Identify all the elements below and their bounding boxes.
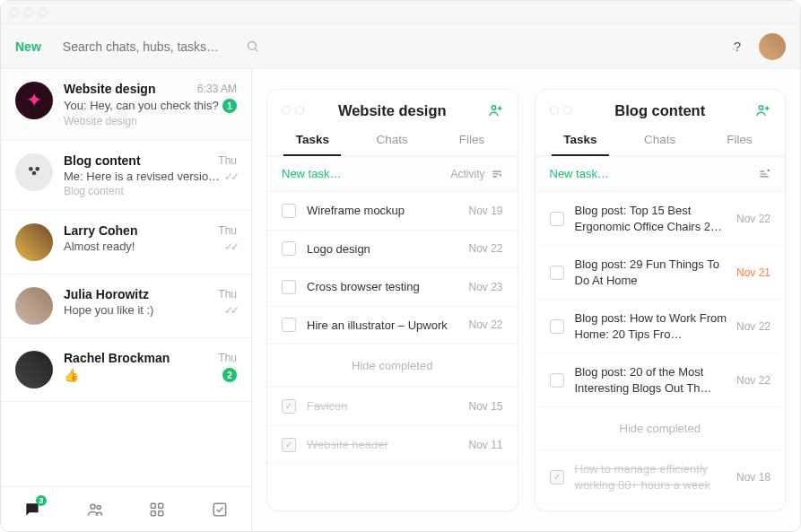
chat-item-website-design[interactable]: Website design6:33 AM You: Hey, can you … [1,69,251,141]
new-button[interactable]: New [15,39,41,54]
tab-chats[interactable]: Chats [620,126,700,155]
tab-tasks[interactable]: Tasks [541,126,621,155]
task-list: Blog post: Top 15 Best Ergonomic Office … [535,192,786,510]
task-item[interactable]: Blog post: 20 of the Most Interesting Bl… [535,353,786,407]
checkbox-icon[interactable] [550,373,564,388]
checkbox-icon[interactable] [550,266,564,280]
task-date: Nov 22 [468,318,502,331]
task-name: Logo design [307,241,461,257]
task-name: Hire an illustrator – Upwork [307,318,461,334]
chat-item-larry-cohen[interactable]: Larry CohenThu Almost ready!✓✓ [1,211,251,275]
svg-point-3 [35,167,39,171]
task-date: Nov 23 [468,281,502,293]
chat-item-blog-content[interactable]: Blog contentThu Me: Here is a revised ve… [1,141,251,211]
nav-hubs[interactable] [141,493,173,526]
chat-title: Rachel Brockman [64,351,170,365]
card-color-dots[interactable] [550,106,572,115]
add-people-icon[interactable] [754,102,771,118]
add-people-icon[interactable] [487,102,503,118]
checkbox-icon[interactable] [282,241,296,256]
task-date: Nov 22 [736,374,771,387]
svg-point-4 [32,171,37,176]
svg-point-5 [91,504,95,509]
chat-time: Thu [218,288,237,301]
svg-line-1 [255,48,257,51]
task-name: Blog post: 20 of the Most Interesting Bl… [575,364,729,396]
task-item[interactable]: Logo designNov 22 [267,231,518,269]
chat-preview: Almost ready! [64,240,135,253]
bottom-nav: 3 [1,486,251,531]
task-item[interactable]: ✓How to manage efficiently working 80+ h… [535,450,786,504]
chat-item-rachel-brockman[interactable]: Rachel BrockmanThu 👍2 [1,338,251,402]
activity-label: Activity [450,168,484,180]
task-item[interactable]: Cross browser testingNov 23 [267,268,518,307]
topbar: New ? [1,24,800,69]
checkbox-icon[interactable]: ✓ [550,470,564,484]
task-name: Wireframe mockup [307,203,461,219]
checkbox-icon[interactable] [282,204,296,218]
task-name: How to manage efficiently working 80+ ho… [575,461,729,493]
chat-preview: You: Hey, can you check this? [64,99,219,112]
checkbox-icon[interactable] [550,319,564,334]
task-date: Nov 21 [736,266,771,279]
nav-tasks[interactable] [204,493,236,526]
task-name: Blog post: How to Work From Home: 20 Tip… [575,310,729,342]
chat-time: Thu [218,224,237,237]
chat-list: Website design6:33 AM You: Hey, can you … [1,69,251,486]
chat-sub: Website design [64,115,237,127]
task-item[interactable]: Blog post: 29 Fun Things To Do At HomeNo… [535,246,786,300]
search-input[interactable] [63,39,242,54]
search-icon[interactable] [246,39,259,53]
chat-item-julia-horowitz[interactable]: Julia HorowitzThu Hope you like it :)✓✓ [1,275,251,338]
checkbox-icon[interactable]: ✓ [282,438,296,452]
task-item[interactable]: Wireframe mockupNov 19 [267,192,518,231]
task-date: Nov 19 [468,205,502,217]
window-minimize[interactable] [24,8,33,17]
task-date: Nov 11 [468,439,502,451]
tab-files[interactable]: Files [700,126,779,155]
task-item[interactable]: Hire an illustrator – UpworkNov 22 [267,307,518,345]
card-title: Blog content [535,102,786,119]
task-date: Nov 22 [468,242,502,255]
help-icon[interactable]: ? [734,39,741,54]
hide-completed-button[interactable]: Hide completed [267,344,518,388]
sort-icon[interactable] [758,168,771,180]
hide-completed-button[interactable]: Hide completed [535,407,786,450]
task-name: Cross browser testing [307,279,461,295]
tab-tasks[interactable]: Tasks [273,126,353,155]
checkbox-icon[interactable]: ✓ [282,399,296,414]
read-receipt-icon: ✓✓ [224,304,237,317]
checkbox-icon[interactable] [550,212,564,226]
sort-icon[interactable] [491,168,503,180]
svg-point-0 [248,42,256,50]
read-receipt-icon: ✓✓ [224,170,237,183]
new-task-input[interactable] [550,167,759,180]
window-maximize[interactable] [39,8,48,17]
checkbox-icon[interactable] [282,318,296,332]
nav-chats[interactable]: 3 [16,493,48,526]
chat-preview: 👍 [64,368,79,382]
task-item[interactable]: Blog post: How to Work From Home: 20 Tip… [535,300,786,353]
window-close[interactable] [10,8,19,17]
svg-rect-7 [152,503,156,508]
task-item[interactable]: Blog post: Top 15 Best Ergonomic Office … [535,192,786,246]
tab-files[interactable]: Files [432,126,512,155]
avatar[interactable] [759,33,786,60]
nav-people[interactable] [79,493,111,526]
tab-chats[interactable]: Chats [353,126,432,155]
chat-time: Thu [218,154,237,167]
svg-point-6 [97,505,100,509]
task-item[interactable]: ✓Website headerNov 11 [267,426,518,465]
task-name: Blog post: 29 Fun Things To Do At Home [575,257,729,288]
task-item[interactable]: ✓FaviconNov 15 [267,388,518,426]
checkbox-icon[interactable] [282,280,296,294]
card-color-dots[interactable] [282,106,304,115]
chat-title: Larry Cohen [64,223,137,238]
task-item[interactable]: ⋮⋮✓How to Overcome Your Own LazinessNov … [535,504,786,510]
chat-avatar [15,287,53,325]
chat-title: Blog content [64,153,141,168]
new-task-input[interactable] [282,167,450,180]
task-name: Favicon [307,398,461,414]
svg-point-2 [29,167,33,171]
task-name: Blog post: Top 15 Best Ergonomic Office … [575,203,729,234]
